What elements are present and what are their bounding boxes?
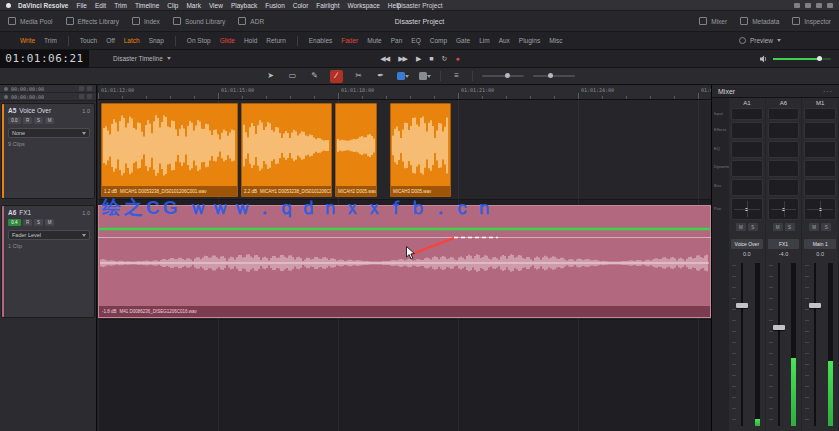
timecode-track-row[interactable]: 00:00:00:00 — [0, 93, 96, 101]
menu-trim[interactable]: Trim — [114, 2, 127, 9]
lock-icon[interactable] — [79, 94, 84, 99]
automation-comp[interactable]: Comp — [430, 37, 447, 44]
automation-snap[interactable]: Snap — [149, 37, 164, 44]
automation-mode-dropdown[interactable]: None — [8, 128, 90, 138]
bus-sends-slot[interactable] — [804, 179, 836, 196]
timecode-track-row[interactable]: 00:00:00:00 — [0, 85, 96, 93]
vertical-zoom-slider[interactable] — [533, 75, 575, 77]
menu-davinci-resolve[interactable]: DaVinci Resolve — [18, 2, 68, 9]
effects-slot[interactable] — [804, 122, 836, 139]
automation-touch[interactable]: Touch — [80, 37, 97, 44]
speaker-icon[interactable] — [760, 55, 768, 63]
pan-control[interactable] — [768, 198, 800, 220]
clip-color-swatch[interactable] — [396, 70, 409, 83]
toolbar-button-media-pool[interactable]: Media Pool — [8, 17, 53, 25]
display-icon[interactable] — [794, 3, 800, 8]
mixer-options-icon[interactable]: ··· — [823, 88, 833, 95]
stop-button[interactable]: ■ — [429, 55, 432, 62]
strip-track-name[interactable]: Voice Over — [731, 239, 763, 249]
timeline-area[interactable]: -1.8 dB M41 D0086236_DISEG1206C016.wav 1… — [98, 85, 711, 431]
audio-clip-fx[interactable]: -1.8 dB M41 D0086236_DISEG1206C016.wav — [98, 205, 711, 318]
automation-pan[interactable]: Pan — [391, 37, 403, 44]
horizontal-zoom-slider[interactable] — [482, 75, 524, 77]
mute-button[interactable]: M — [45, 219, 54, 226]
menu-file[interactable]: File — [76, 2, 86, 9]
track-header-a6[interactable]: A6 FX1 1.0 0.4 R S M Fader Level 1 Clip — [1, 205, 95, 318]
solo-button[interactable]: S — [34, 219, 43, 226]
automation-off[interactable]: Off — [106, 37, 115, 44]
menu-clip[interactable]: Clip — [167, 2, 178, 9]
audio-clip-voice[interactable]: 2.2 dBMICAH1 D0053238_DIS0101206C002.wav — [241, 103, 332, 197]
menu-mark[interactable]: Mark — [186, 2, 200, 9]
input-slot[interactable] — [804, 108, 836, 120]
toolbar-button-mixer[interactable]: Mixer — [699, 17, 727, 25]
menu-color[interactable]: Color — [293, 2, 309, 9]
toolbar-button-inspector[interactable]: Inspector — [792, 17, 831, 25]
eq-display[interactable] — [804, 141, 836, 158]
track-gain-chip[interactable]: 0.0 — [8, 117, 21, 124]
dynamics-display[interactable] — [731, 160, 763, 177]
strip-track-name[interactable]: FX1 — [768, 239, 800, 249]
effects-slot[interactable] — [768, 122, 800, 139]
effects-slot[interactable] — [731, 122, 763, 139]
loop-button[interactable]: ↻ — [442, 55, 447, 62]
fast-rewind-button[interactable]: ◀◀ — [380, 55, 389, 62]
automation-hold[interactable]: Hold — [244, 37, 257, 44]
fader-automation-line[interactable] — [99, 228, 710, 230]
fader-handle[interactable] — [809, 303, 821, 308]
bus-sends-slot[interactable] — [768, 179, 800, 196]
bus-sends-slot[interactable] — [731, 179, 763, 196]
battery-icon[interactable] — [805, 3, 811, 8]
record-button[interactable]: ● — [455, 55, 458, 62]
wifi-icon[interactable] — [816, 3, 822, 8]
automation-enables[interactable]: Enables — [309, 37, 333, 44]
record-arm-button[interactable]: R — [23, 219, 32, 226]
strip-track-name[interactable]: Main 1 — [804, 239, 836, 249]
pan-control[interactable] — [804, 198, 836, 220]
fast-forward-button[interactable]: ▶▶ — [398, 55, 407, 62]
strip-mute-button[interactable]: M — [809, 223, 819, 231]
play-button[interactable]: ▶ — [416, 55, 420, 62]
input-slot[interactable] — [731, 108, 763, 120]
automation-latch[interactable]: Latch — [124, 37, 140, 44]
menu-fairlight[interactable]: Fairlight — [316, 2, 339, 9]
strip-solo-button[interactable]: S — [821, 223, 831, 231]
visibility-icon[interactable] — [87, 86, 92, 91]
audio-clip-voice[interactable]: MICAH3 D005.wav — [390, 103, 451, 197]
audio-clip-voice[interactable]: 1.2 dBMICAH1 D0053238_DIS0101206C001.wav — [101, 103, 238, 197]
lock-icon[interactable] — [79, 86, 84, 91]
eq-display[interactable] — [768, 141, 800, 158]
timeline-selector[interactable]: Disaster Timeline — [113, 55, 171, 62]
track-gain-chip[interactable]: 0.4 — [8, 219, 21, 226]
automation-fader[interactable]: Fader — [341, 37, 358, 44]
track-header-a5[interactable]: A5 Voice Over 1.0 0.0 R S M None 9 Clips — [1, 103, 95, 199]
pan-control[interactable] — [731, 198, 763, 220]
automation-misc[interactable]: Misc — [549, 37, 562, 44]
pencil-tool[interactable]: ✎ — [308, 70, 321, 83]
audio-clip-voice[interactable]: MICAH2 D005.wav — [335, 103, 377, 197]
view-options[interactable]: ≡ — [450, 70, 463, 83]
visibility-icon[interactable] — [87, 94, 92, 99]
eq-display[interactable] — [731, 141, 763, 158]
automation-lim[interactable]: Lim — [479, 37, 489, 44]
volume-slider[interactable] — [773, 58, 831, 60]
toolbar-button-sound-library[interactable]: Sound Library — [173, 17, 225, 25]
fader-handle[interactable] — [773, 325, 785, 330]
dynamics-display[interactable] — [768, 160, 800, 177]
scissors-tool[interactable]: ✂ — [352, 70, 365, 83]
strip-mute-button[interactable]: M — [736, 223, 746, 231]
menu-fusion[interactable]: Fusion — [265, 2, 285, 9]
menu-view[interactable]: View — [209, 2, 223, 9]
apple-menu-icon[interactable] — [6, 3, 11, 8]
automation-eq[interactable]: EQ — [411, 37, 420, 44]
flag-color-swatch[interactable] — [418, 70, 431, 83]
menu-workspace[interactable]: Workspace — [347, 2, 379, 9]
preview-control[interactable]: Preview — [739, 37, 781, 44]
blade-tool[interactable]: ∕ — [330, 70, 343, 83]
strip-solo-button[interactable]: S — [748, 223, 758, 231]
fader-handle[interactable] — [736, 303, 748, 308]
mute-button[interactable]: M — [45, 117, 54, 124]
volume-knob[interactable] — [817, 56, 822, 61]
record-arm-button[interactable]: R — [23, 117, 32, 124]
range-selection-tool[interactable]: ▭ — [286, 70, 299, 83]
